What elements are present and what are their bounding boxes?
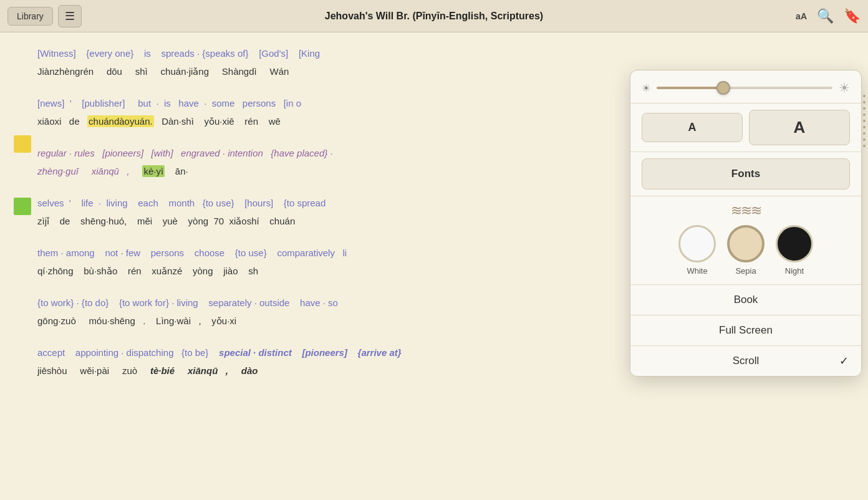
fonts-row: Fonts bbox=[630, 152, 861, 196]
brightness-high-icon: ☀ bbox=[839, 80, 850, 95]
layout-section: Book Full Screen Scroll ✓ bbox=[630, 285, 861, 376]
theme-sepia-option[interactable]: Sepia bbox=[727, 225, 764, 276]
wave-icon: ≋≋≋ bbox=[731, 203, 761, 219]
italic-zhengui: zhèng·guī xiānqū , bbox=[37, 166, 142, 176]
list-icon-button[interactable]: ☰ bbox=[58, 5, 82, 27]
highlight-chuandaoyuan: chuándàoyuán. bbox=[87, 115, 154, 127]
scroll-dot bbox=[863, 145, 866, 147]
search-icon-button[interactable]: 🔍 bbox=[817, 8, 834, 24]
checkmark-icon: ✓ bbox=[839, 354, 849, 368]
scroll-dot bbox=[863, 138, 866, 141]
theme-white-circle bbox=[678, 225, 716, 262]
layout-scroll-button[interactable]: Scroll ✓ bbox=[630, 346, 861, 376]
theme-night-label: Night bbox=[785, 266, 804, 276]
theme-row: ≋≋≋ White Sepia Night bbox=[630, 196, 861, 285]
page-title: Jehovah's Will Br. (Pīnyīn-English, Scri… bbox=[325, 11, 543, 22]
top-bar-left: Library ☰ bbox=[7, 5, 82, 27]
sticky-note-green[interactable] bbox=[14, 198, 31, 215]
font-size-large-button[interactable]: A bbox=[749, 110, 850, 145]
fonts-button[interactable]: Fonts bbox=[642, 158, 850, 190]
scroll-dot bbox=[863, 107, 866, 110]
theme-night-option[interactable]: Night bbox=[776, 225, 813, 276]
highlight-keyi: kè·yì bbox=[142, 165, 165, 177]
library-button[interactable]: Library bbox=[7, 7, 53, 26]
top-bar-right: aA 🔍 🔖 bbox=[796, 8, 861, 24]
brightness-low-icon: ☀ bbox=[642, 82, 650, 94]
scroll-dot bbox=[863, 120, 866, 122]
scroll-dot bbox=[863, 126, 866, 128]
theme-options: White Sepia Night bbox=[678, 225, 813, 276]
font-size-small-button[interactable]: A bbox=[642, 113, 743, 142]
theme-white-label: White bbox=[687, 266, 707, 276]
font-size-row: A A bbox=[630, 103, 861, 152]
content-area: [Witness] {every one} is spreads · {spea… bbox=[0, 32, 868, 500]
layout-book-button[interactable]: Book bbox=[630, 285, 861, 315]
theme-white-option[interactable]: White bbox=[678, 225, 716, 276]
brightness-row: ☀ ☀ bbox=[630, 70, 861, 103]
brightness-thumb[interactable] bbox=[716, 81, 730, 95]
layout-fullscreen-button[interactable]: Full Screen bbox=[630, 315, 861, 346]
brightness-slider[interactable] bbox=[657, 87, 832, 89]
theme-night-circle bbox=[776, 225, 813, 262]
layout-scroll-label: Scroll bbox=[733, 355, 760, 367]
sticky-note-yellow[interactable] bbox=[14, 135, 31, 153]
font-size-icon-button[interactable]: aA bbox=[796, 11, 807, 21]
scroll-dot bbox=[863, 95, 866, 97]
annotation-line-1: [Witness] {every one} is spreads · {spea… bbox=[37, 45, 843, 62]
bookmark-icon-button[interactable]: 🔖 bbox=[844, 8, 861, 24]
scroll-dot bbox=[863, 132, 866, 135]
scroll-dot bbox=[863, 101, 866, 103]
theme-sepia-circle bbox=[727, 225, 764, 262]
top-bar: Library ☰ Jehovah's Will Br. (Pīnyīn-Eng… bbox=[0, 0, 868, 32]
theme-sepia-label: Sepia bbox=[735, 266, 756, 276]
scroll-dot bbox=[863, 113, 866, 116]
scroll-indicator bbox=[863, 95, 866, 147]
settings-popup: ☀ ☀ A A Fonts ≋≋≋ White bbox=[630, 70, 862, 377]
